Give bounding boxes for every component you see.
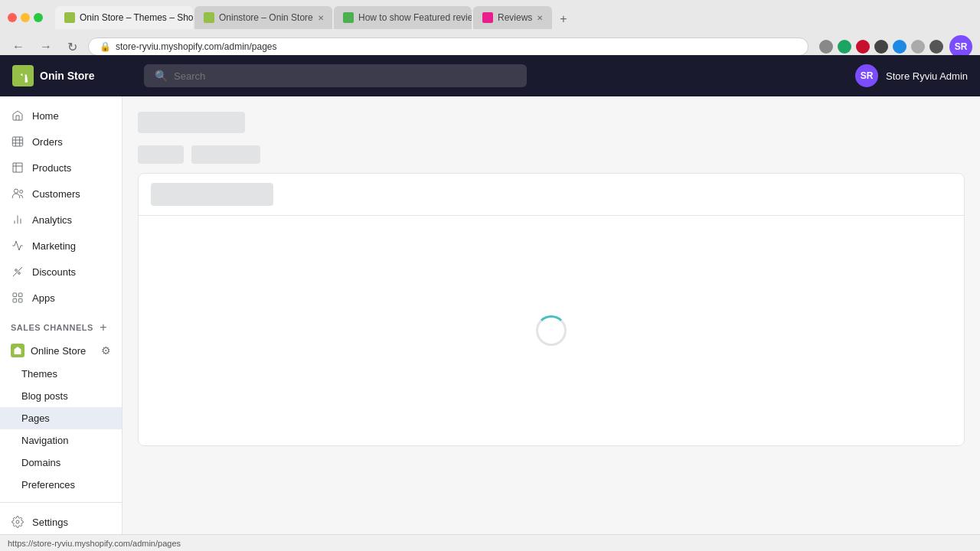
sidebar: Home Orders Products — [0, 96, 122, 534]
browser-tab-3[interactable]: How to show Featured review… ✕ — [334, 6, 472, 29]
browser-tab-4[interactable]: Reviews ✕ — [473, 6, 552, 29]
products-icon — [11, 161, 24, 174]
search-bar[interactable]: 🔍 — [144, 64, 527, 87]
sidebar-label-marketing: Marketing — [32, 240, 76, 252]
svg-point-9 — [16, 520, 19, 523]
address-text: store-ryviu.myshopify.com/admin/pages — [116, 41, 797, 52]
tab-favicon-1 — [64, 12, 75, 23]
sidebar-item-customers[interactable]: Customers — [0, 181, 122, 207]
analytics-icon — [11, 213, 24, 227]
svg-point-1 — [14, 189, 18, 193]
sidebar-label-customers: Customers — [32, 188, 80, 200]
tab-favicon-2 — [204, 12, 214, 23]
sidebar-item-home[interactable]: Home — [0, 103, 122, 129]
user-avatar[interactable]: SR — [855, 64, 878, 87]
loading-area — [139, 216, 964, 445]
ext-icon-5[interactable] — [911, 40, 925, 54]
marketing-icon — [11, 239, 24, 253]
svg-point-4 — [18, 272, 21, 275]
sidebar-item-apps[interactable]: Apps — [0, 285, 122, 311]
tab-close-2[interactable]: ✕ — [318, 14, 324, 22]
browser-tabs: Onin Store – Themes – Shopi… ✕ Oninstore… — [55, 6, 573, 29]
svg-rect-0 — [12, 137, 22, 146]
search-icon: 🔍 — [155, 70, 168, 82]
online-store-label: Online Store — [31, 345, 86, 357]
lock-icon: 🔒 — [100, 41, 111, 52]
content-card — [138, 173, 965, 446]
tab-favicon-3 — [343, 12, 354, 23]
ext-icon-6[interactable] — [929, 40, 943, 54]
browser-tab-2[interactable]: Oninstore – Onin Store ✕ — [194, 6, 332, 29]
home-icon — [11, 109, 24, 122]
new-tab-button[interactable]: + — [554, 9, 573, 29]
browser-chrome: Onin Store – Themes – Shopi… ✕ Oninstore… — [0, 0, 980, 55]
sidebar-item-discounts[interactable]: Discounts — [0, 259, 122, 285]
back-button[interactable]: ← — [8, 38, 29, 55]
topbar-right: SR Store Ryviu Admin — [855, 64, 968, 87]
sidebar-nav: Home Orders Products — [0, 96, 122, 502]
sidebar-label-products: Products — [32, 162, 71, 174]
sidebar-item-analytics[interactable]: Analytics — [0, 207, 122, 233]
browser-nav-icons — [819, 40, 943, 54]
ext-icon-1[interactable] — [838, 40, 851, 54]
browser-tab-1[interactable]: Onin Store – Themes – Shopi… ✕ — [55, 6, 193, 29]
svg-point-2 — [20, 190, 23, 193]
shopify-logo-icon — [12, 65, 34, 86]
window-controls — [8, 13, 43, 22]
tabs-row-skeleton — [138, 145, 965, 164]
sidebar-sub-item-themes[interactable]: Themes — [0, 363, 122, 385]
status-bar: https://store-ryviu.myshopify.com/admin/… — [0, 534, 980, 551]
sales-channels-header: SALES CHANNELS + — [0, 311, 122, 338]
minimize-window-btn[interactable] — [21, 13, 30, 22]
search-input[interactable] — [174, 70, 516, 82]
sidebar-sub-item-pages[interactable]: Pages — [0, 407, 122, 429]
sidebar-item-online-store[interactable]: Online Store ⚙ — [0, 338, 122, 363]
maximize-window-btn[interactable] — [34, 13, 43, 22]
bookmark-icon[interactable] — [819, 40, 833, 54]
settings-icon — [11, 515, 24, 529]
sidebar-label-apps: Apps — [32, 292, 55, 304]
sidebar-sub-item-preferences[interactable]: Preferences — [0, 474, 122, 496]
svg-rect-5 — [13, 293, 17, 297]
ext-icon-4[interactable] — [893, 40, 906, 54]
sidebar-item-marketing[interactable]: Marketing — [0, 233, 122, 259]
sidebar-label-analytics: Analytics — [32, 214, 72, 226]
tab-label-1: Onin Store – Themes – Shopi… — [80, 12, 193, 23]
ext-icon-2[interactable] — [856, 40, 870, 54]
svg-point-3 — [15, 269, 18, 272]
svg-rect-8 — [18, 298, 22, 302]
main-content — [122, 96, 980, 534]
loading-spinner — [536, 315, 567, 346]
tab-label-3: How to show Featured review… — [358, 12, 472, 23]
tab-favicon-4 — [482, 12, 493, 23]
sidebar-label-orders: Orders — [32, 136, 63, 148]
add-sales-channel-button[interactable]: + — [96, 320, 111, 335]
tab-label-4: Reviews — [498, 12, 532, 23]
ext-icon-3[interactable] — [874, 40, 888, 54]
address-bar[interactable]: 🔒 store-ryviu.myshopify.com/admin/pages — [88, 37, 808, 56]
close-window-btn[interactable] — [8, 13, 17, 22]
page-header-skeleton — [138, 112, 245, 133]
customers-icon — [11, 187, 24, 201]
forward-button[interactable]: → — [35, 38, 57, 55]
sidebar-label-discounts: Discounts — [32, 266, 76, 278]
sidebar-label-settings: Settings — [32, 517, 68, 528]
sidebar-sub-item-navigation[interactable]: Navigation — [0, 429, 122, 452]
svg-rect-7 — [13, 298, 17, 302]
tab-skeleton-2 — [191, 145, 260, 164]
tab-close-4[interactable]: ✕ — [537, 14, 543, 22]
sidebar-sub-item-domains[interactable]: Domains — [0, 452, 122, 474]
store-name: Onin Store — [40, 70, 95, 82]
sidebar-sub-item-blog-posts[interactable]: Blog posts — [0, 385, 122, 407]
sidebar-item-orders[interactable]: Orders — [0, 129, 122, 155]
reload-button[interactable]: ↻ — [63, 38, 82, 56]
tab-label-2: Oninstore – Onin Store — [219, 12, 313, 23]
sidebar-item-products[interactable]: Products — [0, 155, 122, 181]
sidebar-footer: Settings — [0, 502, 122, 534]
discounts-icon — [11, 265, 24, 279]
store-logo[interactable]: Onin Store — [12, 65, 135, 86]
content-card-top — [139, 174, 964, 216]
sidebar-item-settings[interactable]: Settings — [0, 509, 122, 534]
online-store-settings-icon[interactable]: ⚙ — [101, 344, 111, 357]
online-store-left: Online Store — [11, 344, 86, 357]
